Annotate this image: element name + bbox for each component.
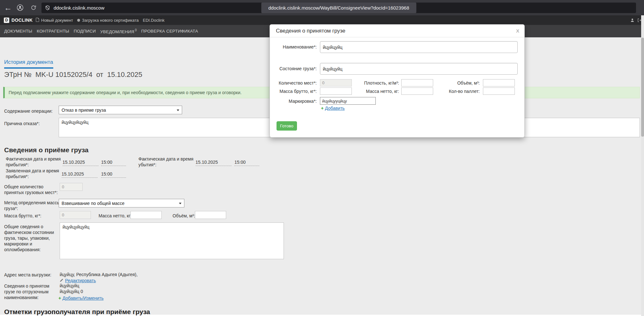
- cargo-info-value-1: йцуйцуйц: [60, 283, 79, 288]
- modal-volume-input[interactable]: [483, 79, 515, 87]
- pencil-icon: [60, 278, 63, 283]
- notifications-badge: 0: [135, 28, 137, 32]
- certificate-icon: [77, 19, 80, 22]
- add-link[interactable]: Добавить: [325, 106, 345, 111]
- name-label: Наименование*:: [273, 44, 317, 49]
- modal-net-label: Масса нетто, кг:: [353, 89, 399, 94]
- refusal-reason-label: Причина отказа*:: [4, 121, 40, 126]
- mass-method-select[interactable]: Взвешивание по общей массе: [59, 199, 184, 207]
- modal-close-button[interactable]: X: [516, 28, 519, 34]
- menu-item-label: EDI.Doclink: [143, 18, 165, 23]
- url-domain-text: ddoclink.cislink.moscow: [54, 3, 104, 13]
- done-button[interactable]: Готово: [277, 121, 297, 131]
- header-right: [630, 15, 641, 25]
- operation-select-value: Отказ в приеме груза: [62, 108, 106, 113]
- pallets-label: Кол-во паллет:: [434, 89, 480, 94]
- net-mass-label: Масса нетто, кг:: [99, 213, 132, 219]
- modal-gross-label: Масса брутто, кг*:: [273, 89, 317, 94]
- condition-label: Общие сведения о фактическом состоянии г…: [4, 224, 58, 252]
- nav-item-counterparties[interactable]: КОНТРАГЕНТЫ: [37, 29, 69, 34]
- total-places-label: Общее количество принятых грузовых мест*…: [4, 184, 62, 195]
- total-places-input: [60, 183, 83, 191]
- modal-gross-input[interactable]: [320, 87, 352, 95]
- add-change-link[interactable]: Добавить/Изменить: [63, 296, 104, 301]
- chevron-down-icon: [177, 109, 179, 111]
- menu-item-edi-doclink[interactable]: EDI.Doclink: [143, 18, 165, 23]
- mass-method-select-value: Взвешивание по общей массе: [62, 201, 124, 206]
- unload-address-value: йцуйцу, Республика Адыгея (Адыгея),: [60, 272, 137, 277]
- chevron-down-icon: [179, 203, 181, 204]
- header-menu: Новый документ Загрузка нового сертифика…: [36, 15, 165, 25]
- nav-item-certificate-check[interactable]: ПРОВЕРКА СЕРТИФИКАТА: [141, 29, 198, 34]
- modal-volume-label: Объём, м³:: [434, 80, 480, 86]
- pallets-input[interactable]: [483, 87, 515, 95]
- unload-address-label: Адрес места выгрузки:: [4, 272, 51, 278]
- actual-departure-date-field[interactable]: 15.10.2025: [196, 160, 232, 166]
- document-icon: [36, 18, 39, 23]
- modal-net-input[interactable]: [401, 87, 433, 95]
- consignee-marks-heading: Отметки грузополучателя при приёме груза: [4, 308, 150, 316]
- volume-input[interactable]: [195, 211, 226, 219]
- cargo-info-value-2: йцуйцуйц 0: [60, 289, 83, 294]
- edit-address-link[interactable]: Редактировать: [65, 278, 96, 283]
- app-header: D DOCLINK Новый документ Загрузка нового…: [0, 15, 644, 25]
- declared-arrival-label: Заявленная дата и время прибытия*:: [6, 168, 63, 179]
- marking-input[interactable]: [320, 97, 376, 105]
- volume-label: Объём, м³:: [173, 213, 195, 219]
- accepted-cargo-modal: Сведения о принятом грузе X Наименование…: [270, 24, 525, 138]
- nav-item-signatures[interactable]: ПОДПИСИ: [74, 29, 96, 34]
- operation-select[interactable]: Отказ в приеме груза: [59, 106, 182, 114]
- actual-departure-label: Фактическая дата и время убытия*:: [138, 156, 196, 168]
- add-change-row: + Добавить/Изменить: [58, 295, 104, 301]
- doclink-logo-text: DOCLINK: [11, 18, 33, 23]
- scrollbar[interactable]: [641, 15, 644, 316]
- declared-arrival-date-field[interactable]: 15.10.2025: [62, 171, 98, 178]
- url-bar[interactable]: ddoclink.cislink.moscow ddoclink.cislink…: [41, 3, 636, 13]
- marking-label: Маркировка*:: [273, 99, 317, 104]
- menu-item-label: Загрузка нового сертификата: [82, 18, 139, 23]
- gross-mass-label: Масса брутто, кг*:: [4, 213, 41, 219]
- scrollbar-thumb[interactable]: [641, 38, 644, 137]
- mass-method-label: Метод определения массы груза*:: [4, 200, 62, 211]
- edit-address-row: Редактировать: [60, 278, 96, 283]
- places-label: Количество мест*:: [273, 80, 317, 86]
- doclink-logo-icon: D: [4, 18, 9, 23]
- menu-item-new-document[interactable]: Новый документ: [36, 18, 73, 23]
- back-icon[interactable]: ←: [3, 0, 13, 15]
- operation-label: Содержание операции:: [4, 108, 53, 114]
- net-mass-input[interactable]: [130, 211, 162, 219]
- gross-mass-input: [60, 211, 91, 219]
- actual-arrival-date-field[interactable]: 15.10.2025: [63, 160, 99, 166]
- state-label: Состояние груза*:: [273, 66, 317, 71]
- plus-icon: +: [321, 105, 324, 111]
- nav-item-notifications-label: УВЕДОМЛЕНИЯ: [100, 29, 134, 34]
- history-tab[interactable]: История документа: [4, 59, 53, 69]
- name-input[interactable]: [320, 41, 518, 53]
- document-title: ЭТрН № MK-U 10152025/4 от 15.10.2025: [4, 71, 142, 79]
- url-full-text: ddoclink.cislink.moscow/WayBill/Consigne…: [261, 3, 416, 13]
- nav-item-notifications[interactable]: УВЕДОМЛЕНИЯ0: [100, 28, 137, 34]
- nav-item-documents[interactable]: ДОКУМЕНТЫ: [4, 29, 32, 34]
- account-icon[interactable]: [15, 0, 26, 15]
- cargo-info-label: Сведения о принятом грузе по отгрузочным…: [4, 283, 60, 300]
- reload-icon[interactable]: [28, 0, 39, 15]
- shield-icon: [45, 5, 50, 12]
- actual-departure-time-field[interactable]: 15:00: [234, 160, 259, 166]
- actual-arrival-label: Фактическая дата и время прибытия*:: [6, 156, 63, 168]
- density-input[interactable]: [401, 79, 433, 87]
- actual-arrival-time-field[interactable]: 15:00: [101, 160, 126, 166]
- menu-item-label: Новый документ: [41, 18, 73, 23]
- doclink-logo[interactable]: D DOCLINK: [4, 15, 33, 25]
- modal-title: Сведения о принятом грузе: [276, 25, 345, 37]
- add-row: + Добавить: [321, 105, 345, 111]
- density-label: Плотность, кг/м³:: [353, 80, 399, 86]
- state-input[interactable]: [320, 63, 518, 75]
- declared-arrival-time-field[interactable]: 15:00: [101, 171, 126, 178]
- modal-header: Сведения о принятом грузе X: [270, 25, 524, 37]
- menu-item-certificate-upload[interactable]: Загрузка нового сертификата: [77, 18, 139, 23]
- condition-textarea[interactable]: йцуйцуйцуйц: [60, 222, 284, 259]
- acceptance-heading: Сведения о приёме груза: [4, 146, 89, 154]
- user-icon[interactable]: [630, 18, 634, 22]
- browser-toolbar: ← ddoclink.cislink.moscow ddoclink.cisli…: [0, 0, 644, 15]
- plus-icon: +: [58, 295, 61, 301]
